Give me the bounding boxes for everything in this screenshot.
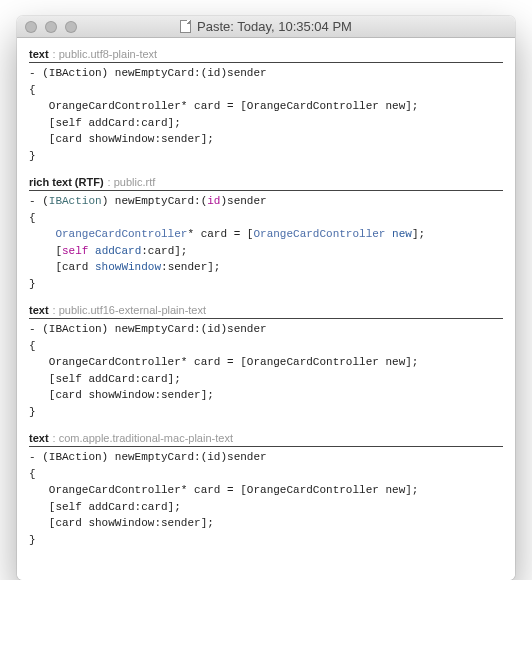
document-icon xyxy=(180,20,191,33)
section-label: rich text (RTF) xyxy=(29,176,104,188)
paste-section-rtf: rich text (RTF) : public.rtf - (IBAction… xyxy=(29,176,503,292)
zoom-icon[interactable] xyxy=(65,21,77,33)
section-label: text xyxy=(29,432,49,444)
code-block[interactable]: - (IBAction) newEmptyCard:(id)sender { O… xyxy=(29,321,503,420)
paste-section-utf16: text : public.utf16-external-plain-text … xyxy=(29,304,503,420)
paste-section-utf8: text : public.utf8-plain-text - (IBActio… xyxy=(29,48,503,164)
code-block[interactable]: - (IBAction) newEmptyCard:(id)sender { O… xyxy=(29,65,503,164)
section-header: rich text (RTF) : public.rtf xyxy=(29,176,503,191)
window-title-container: Paste: Today, 10:35:04 PM xyxy=(17,19,515,34)
section-type: : public.rtf xyxy=(108,176,156,188)
content-area: text : public.utf8-plain-text - (IBActio… xyxy=(17,38,515,580)
section-type: : public.utf8-plain-text xyxy=(53,48,158,60)
section-type: : public.utf16-external-plain-text xyxy=(53,304,206,316)
close-icon[interactable] xyxy=(25,21,37,33)
section-header: text : public.utf8-plain-text xyxy=(29,48,503,63)
section-label: text xyxy=(29,48,49,60)
window: Paste: Today, 10:35:04 PM text : public.… xyxy=(17,16,515,580)
section-header: text : public.utf16-external-plain-text xyxy=(29,304,503,319)
window-title: Paste: Today, 10:35:04 PM xyxy=(197,19,352,34)
paste-section-mac: text : com.apple.traditional-mac-plain-t… xyxy=(29,432,503,548)
section-header: text : com.apple.traditional-mac-plain-t… xyxy=(29,432,503,447)
section-type: : com.apple.traditional-mac-plain-text xyxy=(53,432,233,444)
window-controls xyxy=(25,21,77,33)
code-block[interactable]: - (IBAction) newEmptyCard:(id)sender { O… xyxy=(29,449,503,548)
section-label: text xyxy=(29,304,49,316)
titlebar[interactable]: Paste: Today, 10:35:04 PM xyxy=(17,16,515,38)
code-block[interactable]: - (IBAction) newEmptyCard:(id)sender { O… xyxy=(29,193,503,292)
minimize-icon[interactable] xyxy=(45,21,57,33)
